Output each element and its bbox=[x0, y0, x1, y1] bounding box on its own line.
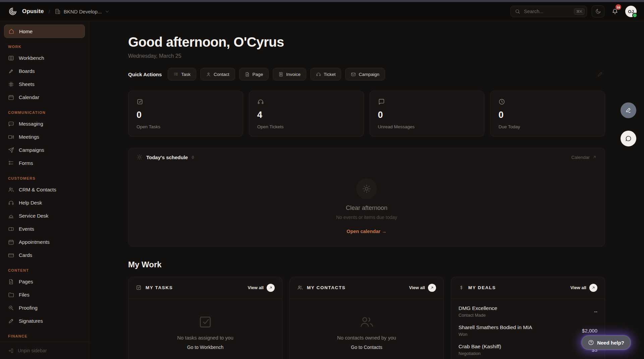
my-deals-view-all[interactable]: View all bbox=[571, 284, 597, 292]
quick-action-ticket-button[interactable]: Ticket bbox=[310, 68, 341, 81]
sidebar-item-service-desk[interactable]: Service Desk bbox=[0, 209, 89, 222]
edit-pencil-icon[interactable] bbox=[597, 71, 603, 77]
chat-button[interactable] bbox=[621, 131, 636, 146]
sidebar-item-help-desk[interactable]: Help Desk bbox=[0, 196, 89, 209]
stat-label: Unread Messages bbox=[378, 124, 476, 129]
stat-card-unread-messages[interactable]: 0 Unread Messages bbox=[370, 91, 485, 137]
sidebar-item-meetings[interactable]: Meetings bbox=[0, 130, 89, 143]
schedule-count: 0 bbox=[192, 155, 194, 160]
deal-row[interactable]: Sharell Smathers Bodied in MIA Won $2,00… bbox=[459, 321, 597, 340]
quick-action-label: Page bbox=[253, 72, 263, 77]
page-title: Good afternoon, O'Cyrus bbox=[128, 35, 605, 50]
unpin-sidebar-button[interactable]: Unpin sidebar bbox=[0, 342, 89, 359]
deal-name: DMG Excellence bbox=[459, 305, 497, 311]
open-calendar-link[interactable]: Open calendar → bbox=[346, 229, 386, 234]
sidebar-item-signatures[interactable]: Signatures bbox=[0, 314, 89, 327]
schedule-header: Today's schedule 0 Calendar bbox=[128, 148, 605, 160]
go-to-contacts-link[interactable]: Go to Contacts bbox=[351, 345, 382, 350]
sidebar-item-label: Meetings bbox=[19, 134, 39, 140]
quick-actions-label: Quick Actions bbox=[128, 72, 162, 77]
my-contacts-view-all[interactable]: View all bbox=[409, 284, 436, 292]
sidebar-item-label: Workbench bbox=[19, 55, 44, 61]
topbar: Opusite / BKND Develop... ⌘K 16 OJ bbox=[0, 2, 644, 21]
quick-actions-row: Quick Actions Task Contact Page Invoice bbox=[128, 68, 605, 81]
quick-action-task-button[interactable]: Task bbox=[168, 68, 196, 81]
sidebar-item-events[interactable]: Events bbox=[0, 222, 89, 235]
search-bar[interactable]: ⌘K bbox=[511, 6, 587, 17]
quick-action-invoice-button[interactable]: Invoice bbox=[273, 68, 306, 81]
people-icon bbox=[359, 315, 374, 329]
compose-button[interactable] bbox=[621, 102, 636, 118]
need-help-label: Need help? bbox=[597, 340, 624, 346]
my-tasks-view-all[interactable]: View all bbox=[248, 284, 275, 292]
sidebar-section-work: WORK bbox=[0, 38, 89, 51]
deal-value: $2,000 bbox=[582, 328, 597, 333]
sidebar-item-sheets[interactable]: Sheets bbox=[0, 78, 89, 91]
sidebar-item-proofing[interactable]: Proofing bbox=[0, 301, 89, 314]
quick-action-label: Contact bbox=[214, 72, 229, 77]
my-tasks-header: MY TASKS View all bbox=[128, 277, 282, 299]
sidebar-item-crm-contacts[interactable]: CRM & Contacts bbox=[0, 183, 89, 196]
dollar-icon bbox=[459, 285, 464, 290]
sidebar-item-campaigns[interactable]: Campaigns bbox=[0, 143, 89, 156]
deal-name: Sharell Smathers Bodied in MIA bbox=[459, 324, 532, 330]
sidebar-item-appointments[interactable]: Appointments bbox=[0, 235, 89, 249]
quick-action-contact-button[interactable]: Contact bbox=[200, 68, 235, 81]
quick-action-page-button[interactable]: Page bbox=[239, 68, 269, 81]
unpin-label: Unpin sidebar bbox=[18, 348, 47, 353]
ticket-icon bbox=[8, 226, 14, 232]
go-to-workbench-link[interactable]: Go to Workbench bbox=[187, 345, 224, 350]
sidebar-item-calendar[interactable]: Calendar bbox=[0, 91, 89, 104]
deal-row[interactable]: DMG Excellence Contact Made -- bbox=[459, 302, 597, 321]
sheets-icon bbox=[8, 81, 14, 87]
appointments-icon bbox=[8, 239, 14, 245]
person-icon bbox=[206, 72, 211, 77]
sidebar-item-pages[interactable]: Pages bbox=[0, 275, 89, 288]
clock-icon bbox=[498, 98, 505, 105]
stat-card-due-today[interactable]: 0 Due Today bbox=[490, 91, 605, 137]
sidebar-item-label: Calendar bbox=[19, 94, 39, 100]
avatar[interactable]: OJ bbox=[625, 6, 637, 17]
stat-card-open-tasks[interactable]: 0 Open Tasks bbox=[128, 91, 243, 137]
todays-schedule-panel: Today's schedule 0 Calendar Clear aftern… bbox=[128, 148, 605, 246]
sidebar-item-messaging[interactable]: Messaging bbox=[0, 117, 89, 130]
deal-row[interactable]: Crab Bae (Kashiff) Negotiation $3 bbox=[459, 340, 597, 359]
theme-toggle-button[interactable] bbox=[592, 5, 604, 17]
arrow-up-right-icon bbox=[267, 284, 275, 292]
question-circle-icon bbox=[588, 340, 594, 346]
sidebar-item-boards[interactable]: Boards bbox=[0, 64, 89, 78]
forms-icon bbox=[8, 160, 14, 166]
sidebar-item-home[interactable]: Home bbox=[4, 25, 85, 38]
paper-plane-icon bbox=[8, 147, 14, 153]
quick-action-campaign-button[interactable]: Campaign bbox=[345, 68, 385, 81]
page-icon bbox=[245, 72, 250, 77]
workbench-icon bbox=[8, 55, 14, 61]
stat-value: 0 bbox=[137, 110, 235, 120]
sidebar-item-cards[interactable]: Cards bbox=[0, 249, 89, 262]
workspace-switcher[interactable]: BKND Develop... bbox=[55, 8, 110, 14]
sidebar-item-label: Signatures bbox=[19, 318, 43, 324]
notifications-button[interactable]: 16 bbox=[609, 6, 621, 17]
headset-icon bbox=[316, 72, 321, 77]
my-deals-header: MY DEALS View all bbox=[451, 277, 605, 299]
sidebar-section-finance: FINANCE bbox=[0, 327, 89, 341]
sidebar-item-workbench[interactable]: Workbench bbox=[0, 51, 89, 64]
breadcrumb-separator: / bbox=[49, 9, 50, 14]
sidebar-item-label: Files bbox=[19, 292, 30, 298]
app-name: Opusite bbox=[22, 8, 44, 15]
view-all-label: View all bbox=[571, 285, 586, 290]
my-tasks-card: MY TASKS View all No tasks assigned to y… bbox=[128, 277, 282, 359]
sidebar-item-forms[interactable]: Forms bbox=[0, 156, 89, 170]
boards-icon bbox=[8, 68, 14, 74]
search-input[interactable] bbox=[523, 8, 571, 14]
need-help-button[interactable]: Need help? bbox=[582, 335, 631, 350]
deal-stage: Contact Made bbox=[459, 313, 497, 318]
envelope-icon bbox=[351, 72, 356, 77]
home-icon bbox=[8, 28, 14, 34]
app-root: Opusite / BKND Develop... ⌘K 16 OJ bbox=[0, 0, 644, 359]
checkbox-icon bbox=[198, 315, 213, 329]
stat-card-open-tickets[interactable]: 4 Open Tickets bbox=[249, 91, 364, 137]
sidebar-item-files[interactable]: Files bbox=[0, 288, 89, 301]
calendar-link[interactable]: Calendar bbox=[571, 155, 597, 160]
app-logo-icon[interactable] bbox=[7, 6, 18, 17]
